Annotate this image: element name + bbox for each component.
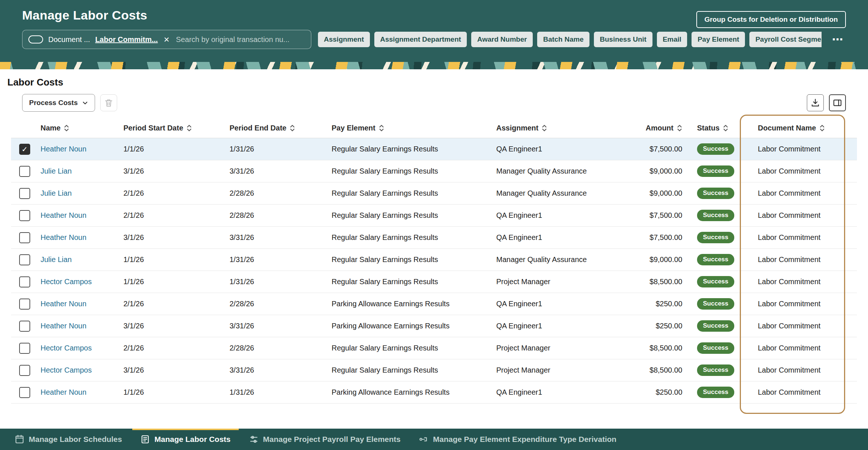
footer-tab-manage-labor-schedules[interactable]: Manage Labor Schedules [7, 429, 130, 450]
footer-tab-label: Manage Labor Costs [154, 435, 231, 444]
employee-name-link[interactable]: Heather Noun [41, 211, 87, 220]
period-end-date-cell: 2/28/26 [226, 182, 328, 204]
footer-tab-manage-project-payroll-pay-elements[interactable]: Manage Project Payroll Pay Elements [241, 429, 409, 450]
filter-chip-pay-element[interactable]: Pay Element [692, 32, 745, 47]
name-cell: Heather Noun [37, 205, 120, 226]
row-checkbox[interactable] [19, 166, 30, 177]
employee-name-link[interactable]: Hector Campos [41, 278, 92, 286]
sort-icon[interactable] [379, 124, 384, 132]
amount-cell: $7,500.00 [642, 205, 693, 226]
sort-icon[interactable] [186, 124, 192, 132]
sort-icon[interactable] [64, 124, 69, 132]
status-badge: Success [697, 188, 734, 199]
employee-name-link[interactable]: Heather Noun [41, 322, 87, 330]
active-filter-field[interactable]: Document ... [48, 35, 90, 44]
footer-tab-label: Manage Labor Schedules [29, 435, 122, 444]
status-cell: Success [693, 271, 754, 293]
row-checkbox[interactable] [19, 321, 30, 332]
column-header-assignment[interactable]: Assignment [493, 118, 642, 138]
column-label: Name [41, 124, 60, 132]
status-cell: Success [693, 337, 754, 359]
employee-name-link[interactable]: Heather Noun [41, 145, 87, 153]
search-input[interactable] [175, 35, 305, 44]
search-scope-toggle-icon[interactable] [28, 35, 43, 43]
table-row: Heather Noun3/1/263/31/26Parking Allowan… [11, 315, 857, 337]
employee-name-link[interactable]: Heather Noun [41, 233, 87, 242]
employee-name-link[interactable]: Julie Lian [41, 189, 72, 198]
row-checkbox[interactable] [19, 188, 30, 199]
sort-icon[interactable] [290, 124, 295, 132]
row-checkbox[interactable] [19, 343, 30, 354]
status-cell: Success [693, 182, 754, 204]
filter-chip-business-unit[interactable]: Business Unit [594, 32, 652, 47]
assignment-cell: QA Engineer1 [493, 138, 642, 160]
filter-chip-award-number[interactable]: Award Number [471, 32, 533, 47]
process-costs-button[interactable]: Process Costs [22, 94, 95, 112]
status-badge: Success [697, 210, 734, 221]
column-header-document-name[interactable]: Document Name [754, 118, 857, 138]
active-filter-value[interactable]: Labor Commitm... [95, 35, 158, 44]
pay-element-cell: Regular Salary Earnings Results [328, 359, 493, 381]
table-row: Hector Campos1/1/261/31/26Regular Salary… [11, 271, 857, 293]
name-cell: Heather Noun [37, 138, 120, 160]
column-header-period-end-date[interactable]: Period End Date [226, 118, 328, 138]
footer-tab-manage-labor-costs[interactable]: Manage Labor Costs [132, 429, 239, 450]
pay-element-cell: Regular Salary Earnings Results [328, 205, 493, 226]
filter-chip-payroll-cost-segments[interactable]: Payroll Cost Segments [749, 32, 822, 47]
document-name-cell: Labor Commitment [754, 293, 857, 315]
assignment-cell: Project Manager [493, 359, 642, 381]
remove-filter-icon[interactable]: × [163, 35, 170, 44]
pay-element-cell: Regular Salary Earnings Results [328, 337, 493, 359]
row-checkbox[interactable] [19, 276, 30, 287]
row-checkbox-cell [11, 160, 37, 182]
employee-name-link[interactable]: Heather Noun [41, 388, 87, 397]
row-checkbox[interactable] [19, 254, 30, 265]
sort-icon[interactable] [723, 124, 728, 132]
download-button[interactable] [807, 94, 824, 111]
row-checkbox[interactable] [19, 365, 30, 376]
period-start-date-cell: 1/1/26 [120, 249, 226, 271]
delete-button[interactable] [100, 94, 117, 111]
row-checkbox-cell [11, 293, 37, 315]
employee-name-link[interactable]: Hector Campos [41, 344, 92, 352]
column-label: Period End Date [230, 124, 286, 132]
column-label: Period Start Date [123, 124, 183, 132]
assignment-cell: QA Engineer1 [493, 205, 642, 226]
sort-icon[interactable] [542, 124, 547, 132]
pay-element-cell: Parking Allowance Earnings Results [328, 381, 493, 403]
employee-name-link[interactable]: Heather Noun [41, 300, 87, 308]
table-header-row: NamePeriod Start DatePeriod End DatePay … [11, 118, 857, 138]
employee-name-link[interactable]: Julie Lian [41, 167, 72, 175]
sort-icon[interactable] [819, 124, 825, 132]
row-checkbox[interactable]: ✓ [19, 144, 30, 155]
sort-icon[interactable] [677, 124, 682, 132]
manage-columns-button[interactable] [829, 94, 846, 111]
row-checkbox-cell [11, 381, 37, 403]
row-checkbox[interactable] [19, 210, 30, 221]
column-header-name[interactable]: Name [37, 118, 120, 138]
column-header-status[interactable]: Status [693, 118, 754, 138]
employee-name-link[interactable]: Julie Lian [41, 255, 72, 264]
status-cell: Success [693, 160, 754, 182]
row-checkbox-cell [11, 249, 37, 271]
footer-tab-manage-pay-element-expenditure-type-derivation[interactable]: Manage Pay Element Expenditure Type Deri… [411, 429, 624, 450]
status-badge: Success [697, 320, 734, 332]
name-cell: Hector Campos [37, 337, 120, 359]
search-box[interactable]: Document ... Labor Commitm... × [22, 30, 311, 49]
employee-name-link[interactable]: Hector Campos [41, 366, 92, 374]
row-checkbox[interactable] [19, 387, 30, 398]
filter-chip-assignment-department[interactable]: Assignment Department [374, 32, 467, 47]
labor-costs-table: NamePeriod Start DatePeriod End DatePay … [11, 118, 857, 404]
row-checkbox[interactable] [19, 232, 30, 243]
filter-chip-assignment[interactable]: Assignment [318, 32, 370, 47]
column-header-pay-element[interactable]: Pay Element [328, 118, 493, 138]
more-filters-button[interactable]: ⋯ [829, 34, 846, 45]
column-header-amount[interactable]: Amount [642, 118, 693, 138]
row-checkbox[interactable] [19, 299, 30, 310]
column-header-period-start-date[interactable]: Period Start Date [120, 118, 226, 138]
group-costs-button[interactable]: Group Costs for Deletion or Distribution [696, 11, 846, 28]
filter-chip-email[interactable]: Email [657, 32, 687, 47]
row-checkbox-cell [11, 182, 37, 204]
process-costs-label: Process Costs [29, 99, 78, 107]
filter-chip-batch-name[interactable]: Batch Name [537, 32, 589, 47]
